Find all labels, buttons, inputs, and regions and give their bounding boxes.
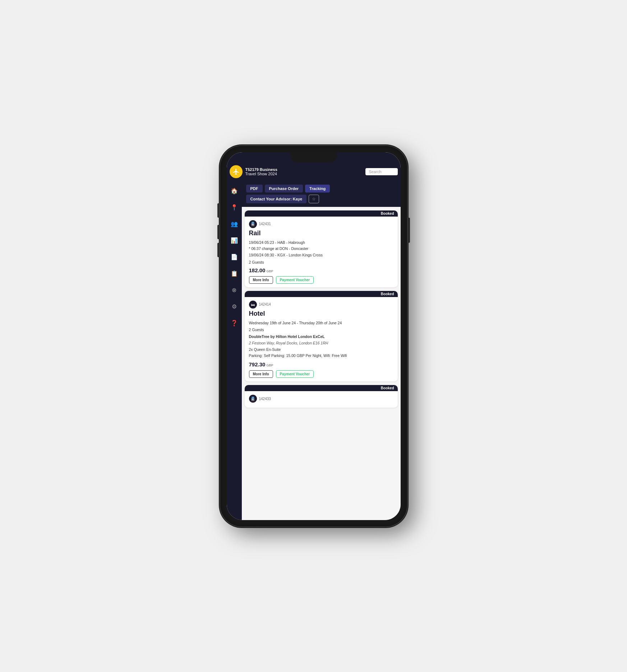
phone-frame: T52179 Business Travel Show 2024 Search …	[220, 146, 407, 527]
booking-type-hotel: Hotel	[249, 310, 393, 318]
hotel-card-actions: More Info Payment Voucher	[249, 370, 393, 378]
rail-card-actions: More Info Payment Voucher	[249, 276, 393, 284]
rail-payment-voucher-button[interactable]: Payment Voucher	[276, 276, 314, 284]
hotel-detail-address: 2 Festoon Way, Royal Docks, London E16 1…	[249, 340, 393, 346]
rail-transport-icon: 🚆	[249, 220, 257, 228]
rail-detail-3: 19/06/24 08:30 - KGX - London Kings Cros…	[249, 252, 393, 258]
purchase-order-button[interactable]: Purchase Order	[265, 185, 303, 193]
card-body-3: 🚆 142433	[245, 391, 398, 408]
hotel-detail-room: 2x Queen En-Suite	[249, 347, 393, 352]
header-subtitle: Travel Show 2024	[245, 172, 363, 176]
rail-detail-1: 19/06/24 05:23 - HAB - Habrough	[249, 240, 393, 245]
action-row-2: Contact Your Advisor: Kaye ☆	[246, 195, 396, 203]
booking-id-row-rail: 🚆 142431	[249, 220, 393, 228]
booking-card-hotel: Booked 🛏 142414 Hotel Wednesday 19th of …	[245, 291, 398, 381]
sidebar-item-documents[interactable]: 📄	[229, 252, 239, 262]
header-reference: T52179 Business	[245, 167, 363, 172]
transport-icon-3: 🚆	[249, 395, 257, 403]
booking-id-row-3: 🚆 142433	[249, 395, 393, 403]
phone-screen: T52179 Business Travel Show 2024 Search …	[227, 152, 401, 520]
rail-price-row: 182.00 GBP	[249, 267, 393, 273]
booking-id-hotel: 142414	[259, 302, 271, 306]
booking-id-rail: 142431	[259, 222, 271, 226]
booking-id-3: 142433	[259, 397, 271, 401]
hotel-price: 792.30	[249, 361, 266, 367]
phone-wrapper: T52179 Business Travel Show 2024 Search …	[220, 146, 407, 527]
action-row-1: PDF Purchase Order Tracking	[246, 185, 396, 193]
booking-status-rail: Booked	[245, 210, 398, 217]
booking-id-row-hotel: 🛏 142414	[249, 301, 393, 309]
sidebar-item-reports[interactable]: 📊	[229, 236, 239, 246]
action-bar: PDF Purchase Order Tracking Contact Your…	[242, 182, 401, 207]
sidebar-item-help[interactable]: ❓	[229, 318, 239, 328]
content-area[interactable]: PDF Purchase Order Tracking Contact Your…	[242, 182, 401, 520]
sidebar-item-close[interactable]: ⊗	[229, 285, 239, 295]
rail-price: 182.00	[249, 267, 266, 273]
sidebar-item-location[interactable]: 📍	[229, 203, 239, 213]
rail-detail-2: * 06:37 change at DON - Doncaster	[249, 246, 393, 251]
card-body-hotel: 🛏 142414 Hotel Wednesday 19th of June 24…	[245, 297, 398, 381]
sidebar: 🏠 📍 👥 📊 📄 📋 ⊗ ⚙ ❓	[227, 182, 242, 520]
search-box[interactable]: Search	[365, 168, 398, 175]
sidebar-item-settings[interactable]: ⚙	[229, 302, 239, 312]
card-body-rail: 🚆 142431 Rail 19/06/24 05:23 - HAB - Hab…	[245, 217, 398, 287]
booking-status-3: Booked	[245, 385, 398, 391]
hotel-currency: GBP	[266, 363, 273, 367]
hotel-payment-voucher-button[interactable]: Payment Voucher	[276, 370, 314, 378]
booking-card-rail: Booked 🚆 142431 Rail 19/06/24 05:23 - HA…	[245, 210, 398, 287]
rail-currency: GBP	[266, 269, 273, 273]
notch	[290, 152, 337, 162]
hotel-transport-icon: 🛏	[249, 301, 257, 309]
sidebar-item-itinerary[interactable]: 📋	[229, 269, 239, 279]
header-title-block: T52179 Business Travel Show 2024	[245, 167, 363, 176]
rail-more-info-button[interactable]: More Info	[249, 276, 273, 284]
hotel-price-row: 792.30 GBP	[249, 361, 393, 367]
hotel-detail-name: DoubleTree by Hilton Hotel London ExCeL	[249, 334, 393, 339]
hotel-more-info-button[interactable]: More Info	[249, 370, 273, 378]
booking-card-3: Booked 🚆 142433	[245, 385, 398, 408]
advisor-button[interactable]: Contact Your Advisor: Kaye	[246, 195, 307, 203]
app-body: 🏠 📍 👥 📊 📄 📋 ⊗ ⚙ ❓ PDF	[227, 182, 401, 520]
booking-type-rail: Rail	[249, 230, 393, 237]
hotel-guests: 2 Guests	[249, 328, 393, 332]
booking-status-hotel: Booked	[245, 291, 398, 297]
sidebar-item-home[interactable]: 🏠	[229, 186, 239, 196]
hotel-detail-parking: Parking: Self Parking: 15.00 GBP Per Nig…	[249, 353, 393, 358]
star-button[interactable]: ☆	[309, 195, 319, 203]
sidebar-item-users[interactable]: 👥	[229, 219, 239, 229]
rail-guests: 2 Guests	[249, 260, 393, 264]
tracking-button[interactable]: Tracking	[305, 185, 330, 193]
pdf-button[interactable]: PDF	[246, 185, 263, 193]
app-logo[interactable]	[230, 165, 243, 178]
hotel-detail-dates: Wednesday 19th of June 24 - Thursday 20t…	[249, 320, 393, 326]
